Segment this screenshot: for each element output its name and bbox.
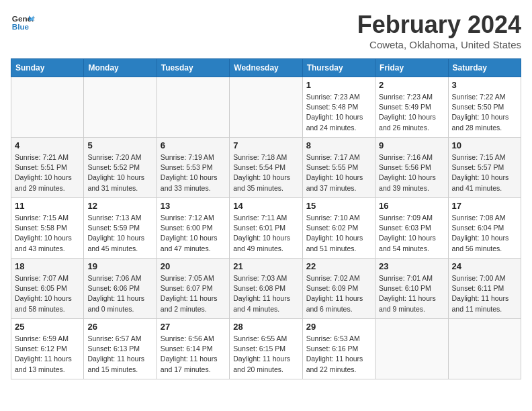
day-number: 12 (87, 201, 152, 211)
day-number: 11 (15, 201, 80, 211)
day-number: 26 (87, 322, 152, 332)
logo: General Blue (11, 11, 35, 35)
calendar-cell (375, 319, 448, 379)
day-number: 19 (87, 261, 152, 271)
day-number: 18 (15, 261, 80, 271)
calendar-cell: 20Sunrise: 7:05 AM Sunset: 6:07 PM Dayli… (157, 259, 229, 319)
day-number: 28 (233, 322, 298, 332)
day-detail: Sunrise: 7:08 AM Sunset: 6:04 PM Dayligh… (452, 213, 517, 254)
day-detail: Sunrise: 7:00 AM Sunset: 6:11 PM Dayligh… (452, 273, 517, 314)
day-number: 15 (306, 201, 371, 211)
day-detail: Sunrise: 6:59 AM Sunset: 6:12 PM Dayligh… (15, 334, 80, 375)
calendar-cell: 7Sunrise: 7:18 AM Sunset: 5:54 PM Daylig… (230, 138, 302, 198)
calendar-cell (157, 77, 229, 138)
day-detail: Sunrise: 7:01 AM Sunset: 6:10 PM Dayligh… (379, 273, 444, 314)
location: Coweta, Oklahoma, United States (357, 39, 521, 50)
weekday-header-friday: Friday (375, 59, 448, 77)
calendar-cell: 13Sunrise: 7:12 AM Sunset: 6:00 PM Dayli… (157, 198, 229, 259)
day-detail: Sunrise: 7:06 AM Sunset: 6:06 PM Dayligh… (87, 273, 152, 314)
calendar-cell: 18Sunrise: 7:07 AM Sunset: 6:05 PM Dayli… (11, 259, 84, 319)
day-detail: Sunrise: 7:07 AM Sunset: 6:05 PM Dayligh… (15, 273, 80, 314)
calendar-cell: 5Sunrise: 7:20 AM Sunset: 5:52 PM Daylig… (84, 138, 157, 198)
day-detail: Sunrise: 7:03 AM Sunset: 6:08 PM Dayligh… (233, 273, 298, 314)
day-number: 6 (161, 140, 226, 150)
day-number: 24 (452, 261, 517, 271)
day-detail: Sunrise: 7:19 AM Sunset: 5:53 PM Dayligh… (161, 152, 226, 193)
day-number: 7 (233, 140, 298, 150)
day-detail: Sunrise: 7:22 AM Sunset: 5:50 PM Dayligh… (452, 92, 517, 133)
day-number: 16 (379, 201, 444, 211)
weekday-header-thursday: Thursday (302, 59, 375, 77)
month-title: February 2024 (357, 11, 521, 39)
day-number: 17 (452, 201, 517, 211)
day-detail: Sunrise: 7:18 AM Sunset: 5:54 PM Dayligh… (233, 152, 298, 193)
day-detail: Sunrise: 7:17 AM Sunset: 5:55 PM Dayligh… (306, 152, 371, 193)
day-detail: Sunrise: 7:12 AM Sunset: 6:00 PM Dayligh… (161, 213, 226, 254)
calendar-cell: 19Sunrise: 7:06 AM Sunset: 6:06 PM Dayli… (84, 259, 157, 319)
day-detail: Sunrise: 7:21 AM Sunset: 5:51 PM Dayligh… (15, 152, 80, 193)
day-detail: Sunrise: 7:02 AM Sunset: 6:09 PM Dayligh… (306, 273, 371, 314)
calendar-cell: 17Sunrise: 7:08 AM Sunset: 6:04 PM Dayli… (448, 198, 521, 259)
day-detail: Sunrise: 7:10 AM Sunset: 6:02 PM Dayligh… (306, 213, 371, 254)
day-detail: Sunrise: 7:11 AM Sunset: 6:01 PM Dayligh… (233, 213, 298, 254)
weekday-header-monday: Monday (84, 59, 157, 77)
calendar-cell: 6Sunrise: 7:19 AM Sunset: 5:53 PM Daylig… (157, 138, 229, 198)
svg-text:Blue: Blue (12, 22, 30, 31)
day-detail: Sunrise: 7:23 AM Sunset: 5:49 PM Dayligh… (379, 92, 444, 133)
day-detail: Sunrise: 7:15 AM Sunset: 5:58 PM Dayligh… (15, 213, 80, 254)
calendar-cell (230, 77, 302, 138)
day-detail: Sunrise: 6:57 AM Sunset: 6:13 PM Dayligh… (87, 334, 152, 375)
day-number: 9 (379, 140, 444, 150)
day-number: 21 (233, 261, 298, 271)
calendar-cell: 4Sunrise: 7:21 AM Sunset: 5:51 PM Daylig… (11, 138, 84, 198)
day-detail: Sunrise: 6:55 AM Sunset: 6:15 PM Dayligh… (233, 334, 298, 375)
calendar-cell: 25Sunrise: 6:59 AM Sunset: 6:12 PM Dayli… (11, 319, 84, 379)
calendar-cell: 2Sunrise: 7:23 AM Sunset: 5:49 PM Daylig… (375, 77, 448, 138)
day-number: 25 (15, 322, 80, 332)
day-number: 23 (379, 261, 444, 271)
weekday-header-sunday: Sunday (11, 59, 84, 77)
day-detail: Sunrise: 7:23 AM Sunset: 5:48 PM Dayligh… (306, 92, 371, 133)
day-number: 14 (233, 201, 298, 211)
calendar-cell: 24Sunrise: 7:00 AM Sunset: 6:11 PM Dayli… (448, 259, 521, 319)
calendar-cell: 14Sunrise: 7:11 AM Sunset: 6:01 PM Dayli… (230, 198, 302, 259)
day-number: 27 (161, 322, 226, 332)
day-number: 20 (161, 261, 226, 271)
calendar-table: SundayMondayTuesdayWednesdayThursdayFrid… (11, 58, 521, 379)
day-number: 22 (306, 261, 371, 271)
calendar-cell: 10Sunrise: 7:15 AM Sunset: 5:57 PM Dayli… (448, 138, 521, 198)
calendar-cell (11, 77, 84, 138)
day-detail: Sunrise: 7:15 AM Sunset: 5:57 PM Dayligh… (452, 152, 517, 193)
calendar-cell: 16Sunrise: 7:09 AM Sunset: 6:03 PM Dayli… (375, 198, 448, 259)
weekday-header-tuesday: Tuesday (157, 59, 229, 77)
calendar-cell: 11Sunrise: 7:15 AM Sunset: 5:58 PM Dayli… (11, 198, 84, 259)
calendar-cell: 22Sunrise: 7:02 AM Sunset: 6:09 PM Dayli… (302, 259, 375, 319)
day-number: 8 (306, 140, 371, 150)
calendar-cell: 28Sunrise: 6:55 AM Sunset: 6:15 PM Dayli… (230, 319, 302, 379)
calendar-cell: 15Sunrise: 7:10 AM Sunset: 6:02 PM Dayli… (302, 198, 375, 259)
day-detail: Sunrise: 7:05 AM Sunset: 6:07 PM Dayligh… (161, 273, 226, 314)
calendar-cell: 1Sunrise: 7:23 AM Sunset: 5:48 PM Daylig… (302, 77, 375, 138)
calendar-cell: 26Sunrise: 6:57 AM Sunset: 6:13 PM Dayli… (84, 319, 157, 379)
calendar-cell: 3Sunrise: 7:22 AM Sunset: 5:50 PM Daylig… (448, 77, 521, 138)
day-number: 29 (306, 322, 371, 332)
day-number: 13 (161, 201, 226, 211)
day-detail: Sunrise: 6:53 AM Sunset: 6:16 PM Dayligh… (306, 334, 371, 375)
calendar-cell: 23Sunrise: 7:01 AM Sunset: 6:10 PM Dayli… (375, 259, 448, 319)
calendar-cell (448, 319, 521, 379)
day-number: 10 (452, 140, 517, 150)
weekday-header-saturday: Saturday (448, 59, 521, 77)
calendar-cell: 9Sunrise: 7:16 AM Sunset: 5:56 PM Daylig… (375, 138, 448, 198)
calendar-cell: 8Sunrise: 7:17 AM Sunset: 5:55 PM Daylig… (302, 138, 375, 198)
day-number: 4 (15, 140, 80, 150)
calendar-cell: 29Sunrise: 6:53 AM Sunset: 6:16 PM Dayli… (302, 319, 375, 379)
day-detail: Sunrise: 6:56 AM Sunset: 6:14 PM Dayligh… (161, 334, 226, 375)
calendar-cell (84, 77, 157, 138)
day-number: 1 (306, 80, 371, 90)
day-number: 3 (452, 80, 517, 90)
day-detail: Sunrise: 7:13 AM Sunset: 5:59 PM Dayligh… (87, 213, 152, 254)
calendar-cell: 12Sunrise: 7:13 AM Sunset: 5:59 PM Dayli… (84, 198, 157, 259)
day-detail: Sunrise: 7:09 AM Sunset: 6:03 PM Dayligh… (379, 213, 444, 254)
day-number: 5 (87, 140, 152, 150)
page-header: General Blue February 2024 Coweta, Oklah… (11, 11, 521, 50)
